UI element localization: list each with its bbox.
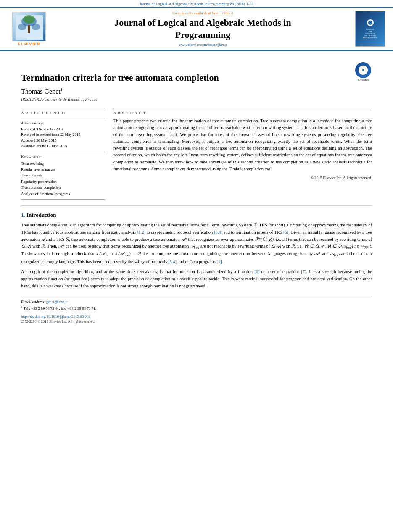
journal-header: ELSEVIER Contents lists available at Sci… <box>0 7 393 51</box>
author-affiliation: IRISA/INRIA/Université de Rennes 1, Fran… <box>21 97 372 102</box>
elsevier-logo: ELSEVIER <box>6 12 52 46</box>
keyword-6: Analysis of functional programs <box>21 191 105 197</box>
svg-point-3 <box>32 24 40 30</box>
journal-cover: LOGICALANDALGEBRAICMETHODS INPROGRAMMING <box>353 11 387 47</box>
footer-email: E-mail address: genet@irisa.fr. <box>21 299 372 305</box>
abstract-title: A B S T R A C T <box>113 108 372 115</box>
crossmark-inner: ✕ <box>359 66 368 75</box>
article-info-column: A R T I C L E I N F O Article history: R… <box>21 108 105 200</box>
author-name: Thomas Genet1 <box>21 87 372 95</box>
issn-text: 2352-2208/© 2015 Elsevier Inc. All right… <box>21 319 372 324</box>
journal-cover-title: LOGICALANDALGEBRAICMETHODS INPROGRAMMING <box>363 28 377 39</box>
copyright-notice: © 2015 Elsevier Inc. All rights reserved… <box>113 176 372 180</box>
journal-title: Journal of Logical and Algebraic Methods… <box>56 17 349 41</box>
keywords-section: Keywords: Term rewriting Regular tree la… <box>21 155 105 197</box>
article-info-box: A R T I C L E I N F O Article history: R… <box>21 108 105 200</box>
article-info-title: A R T I C L E I N F O <box>21 111 105 115</box>
keywords-label: Keywords: <box>21 155 105 159</box>
footer-footnote: 1 Tel.: +33 2 99 84 73 44; fax: +33 2 99… <box>21 305 372 311</box>
svg-rect-4 <box>28 25 30 33</box>
page-content: Termination criteria for tree automata c… <box>0 51 393 332</box>
journal-citation: Journal of Logical and Algebraic Methods… <box>140 2 253 6</box>
doi-link: http://dx.doi.org/10.1016/j.jlamp.2015.0… <box>21 314 372 319</box>
top-banner: Journal of Logical and Algebraic Methods… <box>0 0 393 7</box>
publisher-logo-area: ELSEVIER <box>6 12 52 46</box>
sciencedirect-link: Contents lists available at ScienceDirec… <box>56 11 349 15</box>
intro-paragraph-1: Tree automata completion is an algorithm… <box>21 222 372 265</box>
journal-cover-image: LOGICALANDALGEBRAICMETHODS INPROGRAMMING <box>355 11 385 47</box>
content-divider <box>21 205 372 206</box>
paper-title: Termination criteria for tree automata c… <box>21 72 219 84</box>
elsevier-text: ELSEVIER <box>18 42 40 46</box>
abstract-text: This paper presents two criteria for the… <box>113 118 372 172</box>
article-history: Article history: Received 3 September 20… <box>21 121 105 149</box>
keyword-2: Regular tree languages <box>21 166 105 172</box>
intro-paragraph-2: A strength of the completion algorithm, … <box>21 269 372 290</box>
svg-point-5 <box>23 15 35 24</box>
journal-title-area: Contents lists available at ScienceDirec… <box>52 11 353 47</box>
section-title-introduction: 1. Introduction <box>21 212 372 219</box>
journal-url: www.elsevier.com/locate/jlamp <box>56 42 349 47</box>
footer-divider <box>21 296 372 296</box>
keyword-5: Tree automata completion <box>21 184 105 190</box>
abstract-column: A B S T R A C T This paper presents two … <box>113 108 372 200</box>
crossmark-badge: ✕ CrossMark <box>355 62 372 79</box>
article-meta-section: A R T I C L E I N F O Article history: R… <box>21 108 372 200</box>
email-link: genet@irisa.fr <box>46 300 68 304</box>
svg-point-2 <box>18 24 26 30</box>
sciencedirect-name: ScienceDirect <box>212 11 233 15</box>
keyword-4: Regularity preservation <box>21 179 105 184</box>
elsevier-logo-image <box>12 12 46 41</box>
keyword-3: Tree automata <box>21 172 105 178</box>
keyword-1: Term rewriting <box>21 161 105 166</box>
